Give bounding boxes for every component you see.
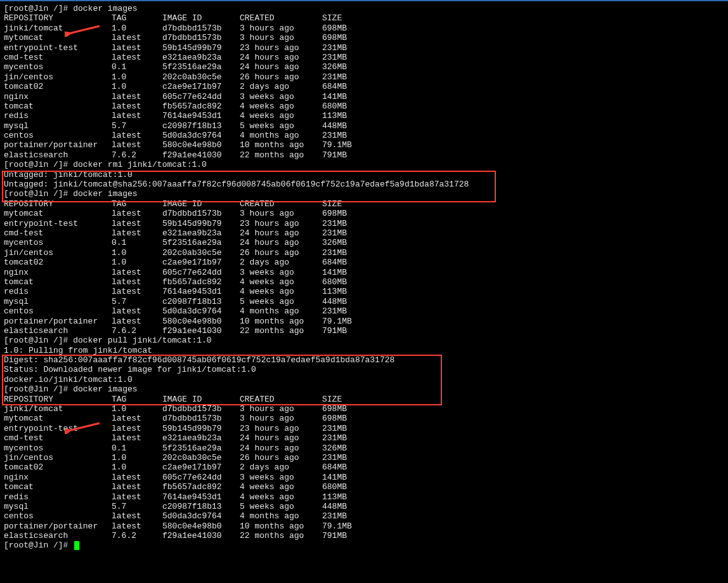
- command-text: docker pull jinki/tomcat:1.0: [73, 336, 211, 345]
- image-created: 5 weeks ago: [240, 502, 322, 511]
- image-created: 3 hours ago: [240, 33, 322, 43]
- image-tag: 7.6.2: [112, 531, 162, 540]
- rmi-output-line: Untagged: jinki/tomcat@sha256:007aaaffa7…: [4, 180, 469, 189]
- image-size: 113MB: [322, 287, 347, 296]
- image-tag: 1.0: [112, 72, 162, 82]
- image-size: 326MB: [322, 238, 347, 247]
- rmi-output-line: Untagged: jinki/tomcat:1.0: [4, 170, 133, 180]
- image-repository: cmd-test: [4, 433, 112, 443]
- image-tag: latest: [112, 521, 162, 531]
- image-size: 680MB: [322, 102, 347, 111]
- image-repository: nginx: [4, 268, 112, 277]
- pull-output-line: 1.0: Pulling from jinki/tomcat: [4, 346, 152, 355]
- image-id: 5f23516ae29a: [162, 238, 240, 247]
- image-repository: entrypoint-test: [4, 219, 112, 228]
- image-repository: entrypoint-test: [4, 424, 112, 433]
- image-id: d7bdbbd1573b: [162, 404, 240, 414]
- image-created: 4 weeks ago: [240, 492, 322, 502]
- image-repository: portainer/portainer: [4, 317, 112, 326]
- image-tag: 5.7: [112, 502, 162, 511]
- image-tag: latest: [112, 43, 162, 53]
- image-size: 231MB: [322, 72, 347, 82]
- image-repository: elasticsearch: [4, 150, 112, 160]
- image-repository: centos: [4, 131, 112, 140]
- image-created: 4 months ago: [240, 511, 322, 521]
- image-id: d7bdbbd1573b: [162, 209, 240, 218]
- image-tag: latest: [112, 219, 162, 228]
- image-tag: latest: [112, 317, 162, 326]
- pull-output-line: Status: Downloaded newer image for jinki…: [4, 365, 256, 374]
- image-id: 59b145d99b79: [162, 219, 240, 228]
- image-tag: latest: [112, 433, 162, 443]
- image-size: 231MB: [322, 131, 347, 140]
- image-repository: cmd-test: [4, 228, 112, 238]
- image-size: 231MB: [322, 219, 347, 228]
- image-id: 580c0e4e98b0: [162, 521, 240, 531]
- image-repository: redis: [4, 287, 112, 296]
- image-size: 141MB: [322, 92, 347, 102]
- image-created: 3 weeks ago: [240, 268, 322, 277]
- col-header-tag: TAG: [112, 13, 162, 23]
- image-size: 79.1MB: [322, 521, 352, 531]
- col-header-image-id: IMAGE ID: [162, 395, 240, 404]
- image-id: 605c77e624dd: [162, 268, 240, 277]
- image-created: 24 hours ago: [240, 443, 322, 453]
- image-id: 7614ae9453d1: [162, 111, 240, 121]
- image-created: 23 hours ago: [240, 219, 322, 228]
- image-size: 680MB: [322, 482, 347, 492]
- image-id: 5f23516ae29a: [162, 62, 240, 72]
- image-repository: mycentos: [4, 238, 112, 247]
- image-repository: tomcat: [4, 102, 112, 111]
- image-created: 24 hours ago: [240, 228, 322, 238]
- image-created: 10 months ago: [240, 317, 322, 326]
- image-size: 684MB: [322, 82, 347, 91]
- image-size: 231MB: [322, 453, 347, 462]
- image-size: 448MB: [322, 121, 347, 131]
- image-size: 231MB: [322, 511, 347, 521]
- image-id: 59b145d99b79: [162, 424, 240, 433]
- image-tag: latest: [112, 414, 162, 423]
- col-header-size: SIZE: [322, 13, 342, 23]
- pull-output-line: docker.io/jinki/tomcat:1.0: [4, 375, 133, 384]
- image-created: 2 days ago: [240, 258, 322, 267]
- image-size: 79.1MB: [322, 140, 352, 150]
- image-size: 231MB: [322, 43, 347, 53]
- image-repository: mytomcat: [4, 33, 112, 43]
- image-repository: tomcat02: [4, 82, 112, 91]
- image-tag: latest: [112, 287, 162, 296]
- image-id: fb5657adc892: [162, 277, 240, 287]
- image-tag: latest: [112, 482, 162, 492]
- image-id: f29a1ee41030: [162, 150, 240, 160]
- col-header-created: CREATED: [240, 395, 322, 404]
- image-size: 231MB: [322, 306, 347, 316]
- image-tag: 1.0: [112, 258, 162, 267]
- image-created: 10 months ago: [240, 140, 322, 150]
- image-id: 580c0e4e98b0: [162, 140, 240, 150]
- image-size: 113MB: [322, 492, 347, 502]
- col-header-image-id: IMAGE ID: [162, 199, 240, 209]
- image-id: f29a1ee41030: [162, 326, 240, 336]
- image-repository: tomcat02: [4, 462, 112, 472]
- image-id: 580c0e4e98b0: [162, 317, 240, 326]
- image-created: 23 hours ago: [240, 424, 322, 433]
- image-id: 59b145d99b79: [162, 43, 240, 53]
- image-tag: 5.7: [112, 121, 162, 131]
- image-created: 4 months ago: [240, 131, 322, 140]
- image-repository: jin/centos: [4, 453, 112, 462]
- image-size: 698MB: [322, 23, 347, 33]
- image-tag: 1.0: [112, 248, 162, 258]
- image-created: 24 hours ago: [240, 433, 322, 443]
- terminal-output[interactable]: [root@Jin /]# docker imagesREPOSITORYTAG…: [0, 1, 728, 553]
- shell-prompt: [root@Jin /]#: [4, 4, 73, 13]
- cursor: [74, 541, 79, 550]
- image-tag: 0.1: [112, 443, 162, 453]
- command-text: docker images: [73, 189, 137, 199]
- image-repository: tomcat: [4, 277, 112, 287]
- image-repository: mytomcat: [4, 414, 112, 423]
- image-tag: latest: [112, 277, 162, 287]
- image-repository: tomcat: [4, 482, 112, 492]
- image-id: c2ae9e171b97: [162, 462, 240, 472]
- image-id: e321aea9b23a: [162, 228, 240, 238]
- image-size: 698MB: [322, 209, 347, 218]
- image-id: c2ae9e171b97: [162, 82, 240, 91]
